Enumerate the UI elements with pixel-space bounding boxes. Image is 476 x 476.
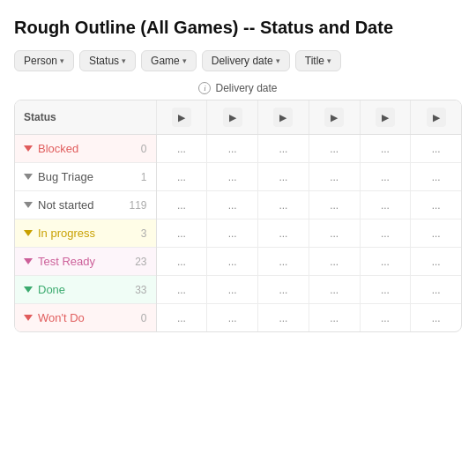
data-cell: ... [258,191,309,219]
col-header-status: Status [15,100,156,135]
delivery-date-label: i Delivery date [14,82,462,94]
status-name: Bug Triage [38,170,124,183]
data-cell: ... [258,276,309,304]
data-cell: ... [207,191,258,219]
data-cell: ... [411,135,461,163]
play-button-1[interactable]: ▶ [172,108,191,127]
status-cell-in-progress[interactable]: In progress 3 [15,219,156,248]
play-button-5[interactable]: ▶ [376,108,395,127]
filter-status[interactable]: Status ▾ [79,50,136,71]
data-cell: ... [207,135,258,163]
filter-delivery-date[interactable]: Delivery date ▾ [202,50,290,71]
play-button-4[interactable]: ▶ [324,108,344,127]
data-cell: ... [156,219,207,248]
data-cell: ... [207,248,258,276]
col-header-3[interactable]: ▶ [258,100,309,135]
data-cell: ... [258,304,309,332]
data-cell: ... [309,304,360,332]
play-button-2[interactable]: ▶ [223,108,242,127]
data-cell: ... [258,219,309,248]
data-cell: ... [309,219,360,248]
col-header-1[interactable]: ▶ [156,100,207,135]
col-header-2[interactable]: ▶ [207,100,258,135]
data-cell: ... [309,276,360,304]
data-cell: ... [258,135,309,163]
data-cell: ... [156,191,207,219]
triangle-icon [24,174,33,180]
data-cell: ... [156,163,207,191]
status-name: Test Ready [38,255,124,268]
data-cell: ... [207,276,258,304]
data-cell: ... [360,163,411,191]
status-cell-test-ready[interactable]: Test Ready 23 [15,248,156,276]
triangle-icon [24,286,33,293]
status-cell-bug-triage[interactable]: Bug Triage 1 [15,163,156,191]
status-count: 0 [130,312,147,324]
data-cell: ... [309,248,360,276]
chevron-down-icon: ▾ [182,56,187,65]
status-count: 1 [130,171,147,183]
data-cell: ... [360,276,411,304]
col-header-6[interactable]: ▶ [411,100,461,135]
chevron-down-icon: ▾ [122,56,126,65]
status-name: Done [38,283,124,296]
status-cell-not-started[interactable]: Not started 119 [15,191,156,219]
table-row: Test Ready 23 .................. [15,248,461,276]
triangle-icon [24,230,33,236]
data-cell: ... [360,135,411,163]
data-cell: ... [411,219,461,248]
status-count: 23 [130,256,147,268]
filter-bar: Person ▾ Status ▾ Game ▾ Delivery date ▾… [14,50,462,71]
data-cell: ... [207,163,258,191]
status-cell-done[interactable]: Done 33 [15,276,156,304]
table-row: Done 33 .................. [15,276,461,304]
data-cell: ... [258,163,309,191]
data-cell: ... [258,248,309,276]
status-name: Won't Do [38,311,124,324]
data-cell: ... [156,276,207,304]
table-row: In progress 3 .................. [15,219,461,248]
table-header-row: Status ▶ ▶ ▶ ▶ ▶ ▶ [15,100,461,135]
table-row: Bug Triage 1 .................. [15,163,461,191]
data-cell: ... [360,248,411,276]
data-cell: ... [309,191,360,219]
data-cell: ... [411,191,461,219]
filter-person[interactable]: Person ▾ [14,50,74,71]
triangle-icon [24,315,33,321]
status-cell-blocked[interactable]: Blocked 0 [15,135,156,163]
col-header-5[interactable]: ▶ [360,100,411,135]
filter-game[interactable]: Game ▾ [141,50,197,71]
page-title: Rough Outline (All Games) -- Status and … [14,18,462,38]
chevron-down-icon: ▾ [276,56,280,65]
status-name: Blocked [38,142,124,155]
status-count: 3 [130,227,147,240]
data-cell: ... [309,135,360,163]
data-cell: ... [360,219,411,248]
table-row: Won't Do 0 .................. [15,304,461,332]
status-count: 119 [129,199,146,212]
triangle-icon [24,145,33,152]
data-cell: ... [411,304,461,332]
data-cell: ... [156,304,207,332]
triangle-icon [24,258,33,264]
data-cell: ... [156,248,207,276]
info-icon: i [198,82,211,94]
data-cell: ... [411,276,461,304]
data-cell: ... [411,248,461,276]
status-name: In progress [38,227,124,240]
play-button-3[interactable]: ▶ [273,108,293,127]
chevron-down-icon: ▾ [60,56,64,65]
status-count: 0 [130,143,147,155]
filter-title[interactable]: Title ▾ [295,50,341,71]
play-button-6[interactable]: ▶ [427,108,446,127]
data-cell: ... [360,191,411,219]
table-row: Not started 119 .................. [15,191,461,219]
status-cell-won't-do[interactable]: Won't Do 0 [15,304,156,332]
status-table: Status ▶ ▶ ▶ ▶ ▶ ▶ Blocked 0 ...........… [14,100,462,332]
col-header-4[interactable]: ▶ [309,100,360,135]
data-cell: ... [156,135,207,163]
chevron-down-icon: ▾ [327,56,331,65]
data-cell: ... [309,163,360,191]
status-name: Not started [38,198,123,212]
table-row: Blocked 0 .................. [15,135,461,163]
